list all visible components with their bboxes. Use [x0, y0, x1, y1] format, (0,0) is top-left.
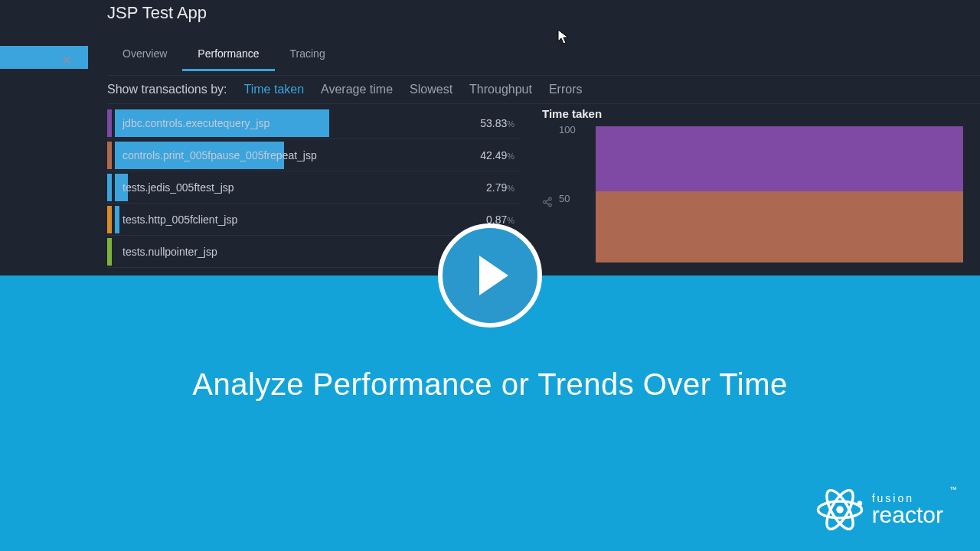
- filter-errors[interactable]: Errors: [549, 83, 583, 96]
- sidebar-active-marker: [0, 46, 88, 69]
- promo-overlay: Analyze Performance or Trends Over Time …: [0, 276, 980, 551]
- brand-text-bottom: reactor: [872, 504, 943, 527]
- filter-bar: Show transactions by: Time taken Average…: [107, 75, 980, 104]
- series-color-swatch: [107, 206, 112, 233]
- tab-tracing[interactable]: Tracing: [275, 40, 341, 71]
- filter-slowest[interactable]: Slowest: [410, 83, 452, 96]
- share-icon: [542, 197, 553, 210]
- svg-point-8: [836, 506, 844, 514]
- bar-fill: [115, 206, 119, 233]
- y-tick-label: 50: [559, 193, 570, 204]
- transaction-name: controls.print_005fpause_005frepeat_jsp: [122, 149, 317, 161]
- play-icon: [479, 256, 508, 295]
- trademark-symbol: ™: [949, 485, 957, 494]
- series-color-swatch: [107, 109, 112, 137]
- cursor-icon: [557, 29, 571, 49]
- chart-box: 100 50: [534, 125, 963, 262]
- tab-performance[interactable]: Performance: [182, 40, 274, 71]
- transaction-pct: 53.83%: [480, 117, 514, 129]
- svg-line-4: [546, 203, 549, 204]
- transaction-pct: 2.79%: [486, 181, 514, 194]
- transaction-name: tests.jedis_005ftest_jsp: [122, 181, 234, 194]
- play-button[interactable]: [438, 223, 542, 328]
- transaction-name: tests.nullpointer_jsp: [122, 246, 217, 258]
- transaction-name: jdbc.controls.executequery_jsp: [122, 117, 270, 129]
- app-title: JSP Test App: [107, 3, 207, 23]
- svg-line-3: [546, 200, 549, 201]
- svg-point-2: [549, 204, 552, 207]
- close-icon[interactable]: ✕: [61, 52, 73, 69]
- tab-bar: Overview Performance Tracing: [107, 40, 341, 71]
- svg-point-0: [549, 197, 552, 201]
- chart-plot[interactable]: [596, 126, 963, 262]
- filter-average-time[interactable]: Average time: [321, 83, 393, 96]
- chart-area: Time taken 100 50: [534, 107, 963, 268]
- svg-point-9: [857, 500, 862, 506]
- promo-title: Analyze Performance or Trends Over Time: [192, 367, 788, 402]
- atom-icon: [814, 484, 866, 536]
- tab-overview[interactable]: Overview: [107, 40, 182, 71]
- series-color-swatch: [107, 174, 112, 201]
- svg-point-1: [544, 201, 547, 204]
- series-color-swatch: [107, 238, 112, 266]
- chart-title: Time taken: [542, 107, 963, 120]
- filter-label: Show transactions by:: [107, 83, 227, 96]
- brand-logo: fusion reactor ™: [814, 484, 957, 536]
- series-layer-1: [596, 191, 963, 262]
- y-tick-label: 100: [559, 124, 576, 135]
- filter-throughput[interactable]: Throughput: [469, 83, 532, 96]
- transaction-name: tests.http_005fclient_jsp: [122, 214, 237, 226]
- table-row[interactable]: controls.print_005fpause_005frepeat_jsp …: [107, 139, 521, 171]
- series-color-swatch: [107, 142, 112, 169]
- table-row[interactable]: tests.http_005fclient_jsp 0.87%: [107, 204, 521, 236]
- filter-time-taken[interactable]: Time taken: [244, 83, 305, 96]
- table-row[interactable]: jdbc.controls.executequery_jsp 53.83%: [107, 107, 521, 139]
- table-row[interactable]: tests.jedis_005ftest_jsp 2.79%: [107, 171, 521, 204]
- transaction-pct: 42.49%: [480, 149, 514, 161]
